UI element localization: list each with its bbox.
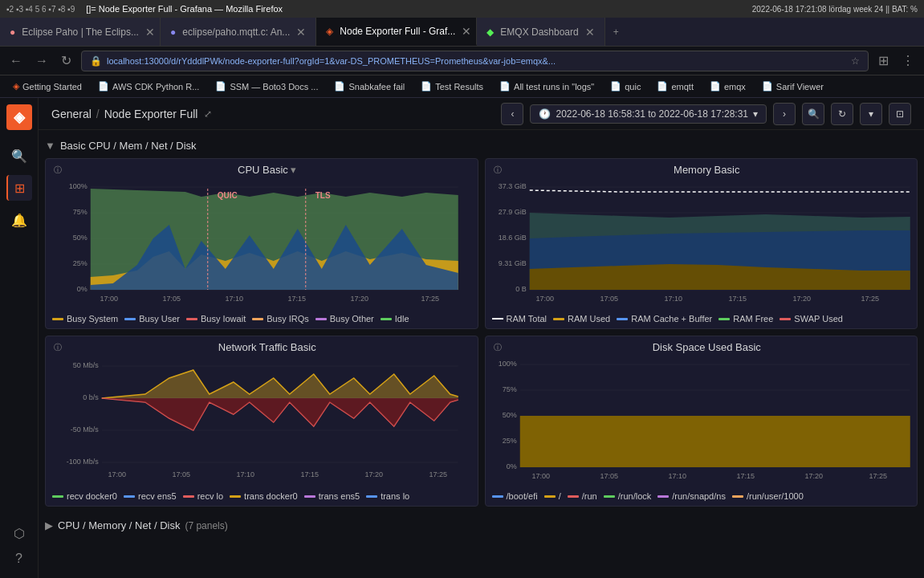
time-range-text: 2022-06-18 16:58:31 to 2022-06-18 17:28:… [556,108,748,120]
tab-eclipse1[interactable]: ● Eclipse Paho | The Eclips... ✕ [0,18,161,46]
bookmark-icon-9: 📄 [762,81,773,92]
legend-run-lock[interactable]: /run/lock [604,491,652,501]
kiosk-button[interactable]: ⊡ [889,103,911,125]
tab-eclipse2-close[interactable]: ✕ [296,26,306,39]
bookmark-getting-started[interactable]: ◈ Getting Started [6,79,88,93]
time-nav-prev[interactable]: ‹ [501,103,523,125]
svg-text:9.31 GiB: 9.31 GiB [498,259,526,267]
panel-memory-header: ⓘ Memory Basic [486,159,918,177]
bookmark-test-results[interactable]: 📄 Test Results [414,79,490,93]
panel-network-info[interactable]: ⓘ [54,342,62,353]
legend-dot-run [568,495,579,498]
breadcrumb-page[interactable]: Node Exporter Full [104,108,198,120]
sidebar-help-icon[interactable]: ? [6,546,32,572]
legend-boot-efi[interactable]: /boot/efi [492,491,538,501]
bookmark-icon-6: 📄 [610,81,621,92]
sidebar-dashboards-icon[interactable]: ⊞ [6,175,32,201]
legend-trans-docker0[interactable]: trans docker0 [230,491,298,501]
sidebar-plugins-icon[interactable]: ⬡ [6,520,32,546]
bookmark-aws[interactable]: 📄 AWS CDK Python R... [92,79,206,93]
svg-text:25%: 25% [73,259,88,267]
legend-busy-iowait[interactable]: Busy Iowait [186,314,246,324]
bookmark-icon-4: 📄 [421,81,432,92]
tab-emqx-close[interactable]: ✕ [585,26,595,39]
legend-run-user-1000[interactable]: /run/user/1000 [732,491,804,501]
refresh-button[interactable]: ↻ [831,103,853,125]
tab-emqx[interactable]: ◆ EMQX Dashboard ✕ [477,18,604,46]
bookmark-all-test[interactable]: 📄 All test runs in "logs" [493,79,600,93]
share-icon[interactable]: ⤢ [204,108,212,120]
menu-icon[interactable]: ⋮ [898,51,918,70]
svg-text:37.3 GiB: 37.3 GiB [498,182,526,190]
section-basic[interactable]: ▼ Basic CPU / Mem / Net / Disk [45,136,918,158]
forward-button[interactable]: → [32,52,51,70]
legend-idle[interactable]: Idle [381,314,409,324]
back-button[interactable]: ← [6,52,26,70]
clock-icon: 🕐 [539,108,551,120]
bookmark-snab[interactable]: 📄 Snabkafee fail [328,79,411,93]
breadcrumb-general[interactable]: General [51,108,92,120]
reload-button[interactable]: ↻ [58,51,75,70]
tab-grafana-close[interactable]: ✕ [462,25,471,38]
legend-root[interactable]: / [544,491,561,501]
grafana-logo[interactable]: ◈ [6,104,32,130]
legend-busy-irqs[interactable]: Busy IRQs [252,314,309,324]
sidebar-search-icon[interactable]: 🔍 [6,143,32,169]
legend-recv-ens5[interactable]: recv ens5 [124,491,177,501]
legend-ram-free[interactable]: RAM Free [718,314,773,324]
bookmark-ssm[interactable]: 📄 SSM — Boto3 Docs ... [209,79,324,93]
bookmark-sarif[interactable]: 📄 Sarif Viewer [755,79,830,93]
extensions-icon[interactable]: ⊞ [875,51,892,70]
legend-recv-docker0[interactable]: recv docker0 [52,491,117,501]
legend-busy-other[interactable]: Busy Other [315,314,374,324]
panel-cpu-info[interactable]: ⓘ [54,165,62,176]
legend-dot-ram-cache [617,318,628,320]
title-bar-left: ▪2 ▪3 ▪4 5 6 ▪7 ▪8 ▪9 []= Node Exporter … [6,4,283,14]
refresh-interval-button[interactable]: ▾ [860,103,882,125]
svg-text:0%: 0% [77,285,88,293]
legend-trans-lo[interactable]: trans lo [366,491,409,501]
time-nav-next[interactable]: › [773,103,796,125]
tab-eclipse1-close[interactable]: ✕ [145,26,155,39]
bookmark-icon-8: 📄 [710,81,721,92]
panel-network-header: ⓘ Network Traffic Basic [46,336,478,355]
section-bottom-title: CPU / Memory / Net / Disk [58,519,180,531]
svg-text:17:25: 17:25 [421,295,439,303]
legend-ram-total[interactable]: RAM Total [492,314,547,324]
section-cpu-mem-net-disk[interactable]: ▶ CPU / Memory / Net / Disk (7 panels) [45,513,918,535]
panel-disk-title: Disk Space Used Basic [505,341,910,353]
bookmark-emqx[interactable]: 📄 emqx [703,79,752,93]
legend-trans-ens5[interactable]: trans ens5 [304,491,360,501]
bookmark-icon-0: ◈ [13,81,19,92]
legend-swap-used[interactable]: SWAP Used [779,314,843,324]
legend-recv-lo[interactable]: recv lo [183,491,223,501]
zoom-out-button[interactable]: 🔍 [802,103,824,125]
bookmark-quic[interactable]: 📄 quic [604,79,647,93]
svg-text:17:10: 17:10 [664,295,682,303]
legend-run[interactable]: /run [568,491,597,501]
title-bar-right: 2022-06-18 17:21:08 lördag week 24 || BA… [752,5,918,14]
url-box[interactable]: 🔒 localhost:13000/d/rYdddlPWk/node-expor… [81,51,869,71]
panel-disk-basic: ⓘ Disk Space Used Basic 100% 75% 50% 25%… [485,336,918,507]
new-tab-button[interactable]: + [605,18,627,46]
panel-cpu-dropdown[interactable]: ▾ [291,164,296,176]
star-icon[interactable]: ☆ [851,55,860,67]
legend-ram-cache[interactable]: RAM Cache + Buffer [617,314,712,324]
panel-memory-info[interactable]: ⓘ [494,165,502,176]
tab-emqx-label: EMQX Dashboard [500,26,578,38]
legend-dot-other [315,318,327,320]
panel-disk-info[interactable]: ⓘ [494,342,502,353]
tab-grafana[interactable]: ◈ Node Exporter Full - Graf... ✕ [316,18,477,46]
section-chevron: ▼ [45,140,55,152]
time-range-picker[interactable]: 🕐 2022-06-18 16:58:31 to 2022-06-18 17:2… [530,104,767,124]
legend-ram-used[interactable]: RAM Used [553,314,610,324]
legend-busy-user[interactable]: Busy User [124,314,180,324]
legend-run-snapd[interactable]: /run/snapd/ns [657,491,726,501]
svg-text:17:25: 17:25 [869,472,887,480]
sidebar-alerts-icon[interactable]: 🔔 [6,207,32,233]
content-area: General / Node Exporter Full ⤢ ‹ 🕐 2022-… [39,98,924,578]
breadcrumb: General / Node Exporter Full [51,108,197,120]
bookmark-emqtt[interactable]: 📄 emqtt [650,79,700,93]
legend-busy-system[interactable]: Busy System [52,314,118,324]
tab-eclipse2[interactable]: ● eclipse/paho.mqtt.c: An... ✕ [161,18,316,46]
